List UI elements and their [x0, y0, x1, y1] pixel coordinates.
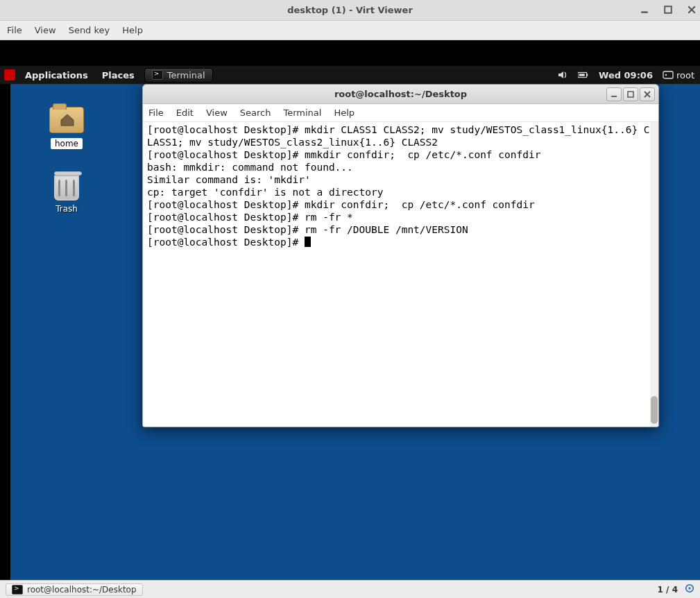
user-menu-label: root	[676, 70, 694, 80]
terminal-minimize-button[interactable]	[606, 87, 622, 101]
terminal-menu-edit[interactable]: Edit	[176, 108, 194, 118]
applications-menu[interactable]: Applications	[19, 67, 94, 83]
host-task-label: root@localhost:~/Desktop	[27, 585, 137, 595]
terminal-scrollbar[interactable]	[650, 122, 658, 427]
user-icon	[663, 69, 674, 80]
redhat-icon	[4, 69, 15, 80]
maximize-button[interactable]	[664, 5, 672, 16]
terminal-menu-help[interactable]: Help	[334, 108, 355, 118]
svg-rect-7	[611, 96, 617, 97]
virtviewer-title: desktop (1) - Virt Viewer	[287, 5, 413, 15]
terminal-menu-view[interactable]: View	[206, 108, 228, 118]
taskbar-terminal[interactable]: Terminal	[144, 68, 213, 83]
vm-display-area: Applications Places Terminal Wed 09:06 r…	[0, 40, 700, 580]
terminal-title-text: root@localhost:~/Desktop	[334, 89, 467, 99]
virtviewer-menubar: File View Send key Help	[0, 21, 700, 40]
vv-menu-view[interactable]: View	[35, 25, 56, 35]
taskbar-terminal-label: Terminal	[167, 70, 205, 80]
minimize-button[interactable]	[640, 5, 649, 16]
terminal-menu-terminal[interactable]: Terminal	[283, 108, 321, 118]
terminal-titlebar[interactable]: root@localhost:~/Desktop	[143, 85, 658, 104]
svg-rect-8	[628, 92, 633, 97]
close-button[interactable]	[688, 5, 696, 16]
terminal-close-button[interactable]	[640, 87, 655, 101]
clock[interactable]: Wed 09:06	[599, 70, 653, 80]
svg-rect-5	[663, 71, 673, 78]
terminal-menubar: File Edit View Search Terminal Help	[143, 104, 658, 122]
panel-extra-icon[interactable]	[685, 583, 694, 595]
terminal-menu-search[interactable]: Search	[240, 108, 271, 118]
workspace-indicator[interactable]: 1 / 4	[658, 585, 678, 595]
battery-icon[interactable]	[578, 69, 589, 80]
trash-label: Trash	[51, 203, 82, 214]
vv-menu-file[interactable]: File	[7, 25, 22, 35]
desktop-icons: home Trash	[49, 105, 85, 214]
places-menu[interactable]: Places	[96, 67, 140, 83]
vv-menu-help[interactable]: Help	[122, 25, 143, 35]
terminal-menu-file[interactable]: File	[148, 108, 164, 118]
terminal-icon	[152, 70, 163, 80]
terminal-icon	[12, 585, 23, 595]
svg-rect-4	[579, 74, 585, 76]
svg-rect-1	[665, 6, 672, 13]
home-icon	[60, 114, 75, 126]
user-menu[interactable]: root	[663, 69, 694, 80]
terminal-scrollbar-thumb[interactable]	[651, 396, 658, 424]
host-task-terminal[interactable]: root@localhost:~/Desktop	[6, 583, 143, 596]
gnome-top-panel: Applications Places Terminal Wed 09:06 r…	[0, 66, 700, 84]
svg-rect-3	[586, 74, 588, 76]
terminal-window: root@localhost:~/Desktop File Edit View	[142, 84, 659, 427]
svg-point-6	[665, 74, 667, 76]
vv-menu-sendkey[interactable]: Send key	[69, 25, 110, 35]
home-folder-icon[interactable]: home	[49, 105, 85, 149]
trash-icon[interactable]: Trash	[49, 169, 85, 214]
home-folder-label: home	[51, 138, 83, 149]
volume-icon[interactable]	[557, 69, 568, 80]
terminal-cursor	[305, 237, 311, 247]
virtviewer-window-buttons	[640, 0, 696, 20]
vm-desktop[interactable]: home Trash root@localhost:~/Desktop	[10, 84, 700, 580]
virtviewer-titlebar: desktop (1) - Virt Viewer	[0, 0, 700, 21]
svg-point-10	[688, 587, 691, 590]
svg-rect-0	[641, 11, 648, 12]
terminal-maximize-button[interactable]	[623, 87, 638, 101]
terminal-output: [root@localhost Desktop]# mkdir CLASS1 C…	[147, 123, 654, 248]
host-bottom-panel: root@localhost:~/Desktop 1 / 4	[0, 580, 700, 598]
terminal-body[interactable]: [root@localhost Desktop]# mkdir CLASS1 C…	[143, 122, 658, 427]
